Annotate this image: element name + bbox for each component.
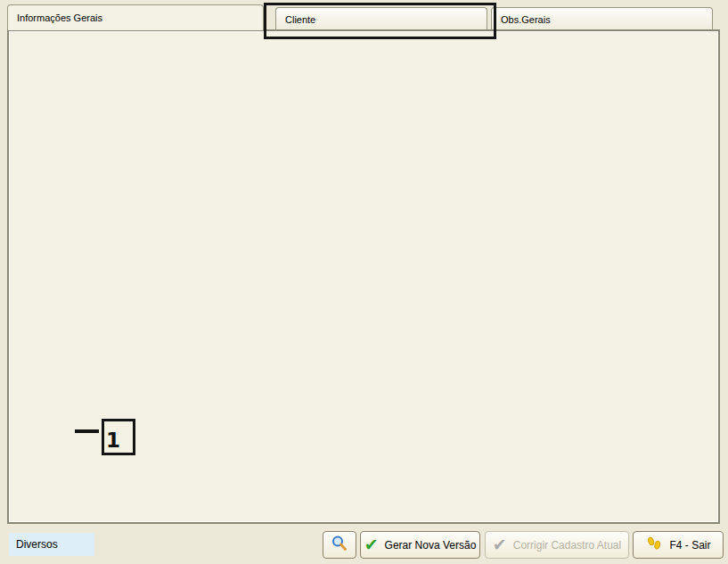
gerar-nova-versao-button[interactable]: ✔ Gerar Nova Versão xyxy=(360,531,480,559)
tab-informacoes-gerais[interactable]: Informações Gerais xyxy=(7,4,264,30)
client-registration-window: Informações Gerais Cliente Obs.Gerais ID… xyxy=(0,0,728,564)
button-label: Gerar Nova Versão xyxy=(385,539,477,552)
tab-obs-gerais[interactable]: Obs.Gerais xyxy=(491,7,713,30)
annotation-tab-highlight-rect xyxy=(264,3,496,39)
search-button[interactable] xyxy=(323,531,356,559)
magnifier-icon xyxy=(331,535,348,555)
diversos-label: Diversos xyxy=(9,533,94,556)
footprints-icon xyxy=(645,535,663,555)
button-label: Corrigir Cadastro Atual xyxy=(513,539,621,552)
corrigir-cadastro-atual-button: ✔ Corrigir Cadastro Atual xyxy=(485,531,629,559)
green-check-icon: ✔ xyxy=(364,536,379,553)
annotation-dash xyxy=(75,429,99,433)
f4-sair-button[interactable]: F4 - Sair xyxy=(633,531,724,559)
tab-label: Obs.Gerais xyxy=(501,14,551,25)
annotation-callout-number: 1 xyxy=(106,429,120,452)
gray-check-icon: ✔ xyxy=(493,536,507,553)
tab-label: Informações Gerais xyxy=(17,12,102,23)
button-label: F4 - Sair xyxy=(669,539,710,552)
